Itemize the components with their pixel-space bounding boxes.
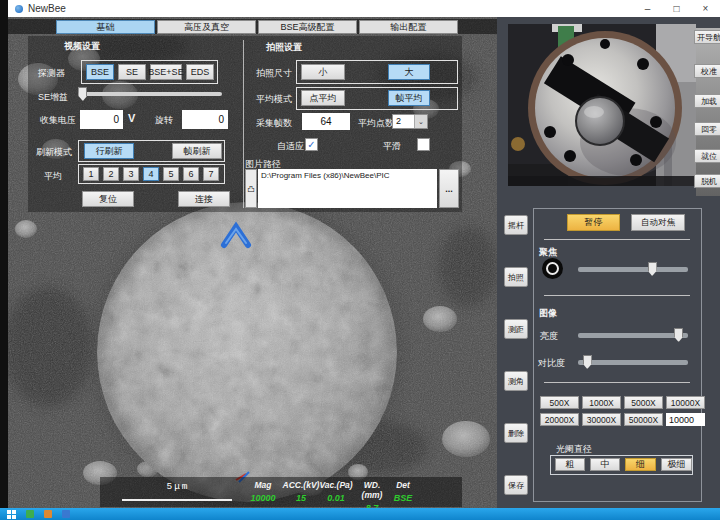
divider xyxy=(544,295,690,296)
points-label: 平均点数 xyxy=(358,117,394,130)
adaptive-checkbox[interactable]: ✓ xyxy=(305,138,318,151)
aperture-coarse-button[interactable]: 粗 xyxy=(555,458,585,471)
snapshot-button[interactable]: 拍照 xyxy=(504,267,528,287)
refresh-frame-button[interactable]: 帧刷新 xyxy=(172,143,222,159)
delete-button[interactable]: 删除 xyxy=(504,423,528,443)
video-settings-title: 视频设置 xyxy=(64,40,100,53)
average-1-button[interactable]: 1 xyxy=(83,167,99,181)
mag-10000x-button[interactable]: 10000X xyxy=(666,396,705,409)
load-button[interactable]: 加载 xyxy=(694,94,720,108)
avg-frame-button[interactable]: 帧平均 xyxy=(388,90,430,106)
focus-slider[interactable] xyxy=(578,267,688,272)
aperture-fine-button[interactable]: 细 xyxy=(625,458,656,471)
detector-eds-button[interactable]: EDS xyxy=(186,64,214,80)
points-dropdown[interactable]: 2 ⌄ xyxy=(392,114,428,129)
image-path-input[interactable]: D:\Program Files (x86)\NewBee\PIC xyxy=(258,169,437,208)
scale-bar xyxy=(122,499,232,501)
frames-label: 采集帧数 xyxy=(256,117,292,130)
smooth-label: 平滑 xyxy=(383,140,401,153)
reset-button[interactable]: 复位 xyxy=(82,191,134,207)
taskbar-app-icon[interactable] xyxy=(62,510,70,518)
se-gain-label: SE增益 xyxy=(38,91,68,104)
brightness-label: 亮度 xyxy=(540,330,558,343)
detector-bse-button[interactable]: BSE xyxy=(86,64,114,80)
title-bar[interactable]: NewBee – □ × xyxy=(8,0,720,17)
average-4-button[interactable]: 4 xyxy=(143,167,159,181)
maximize-button[interactable]: □ xyxy=(662,0,691,17)
photo-settings-title: 拍照设置 xyxy=(266,41,302,54)
average-7-button[interactable]: 7 xyxy=(203,167,219,181)
edge-button-strip xyxy=(696,28,720,196)
measure-angle-button[interactable]: 测角 xyxy=(504,371,528,391)
refresh-line-button[interactable]: 行刷新 xyxy=(84,143,134,159)
smooth-checkbox[interactable] xyxy=(417,138,430,151)
image-section-label: 图像 xyxy=(539,307,557,320)
app-logo-icon xyxy=(15,5,23,13)
settings-divider xyxy=(243,40,244,208)
collect-voltage-input[interactable]: 0 xyxy=(80,110,123,129)
mag-1000x-button[interactable]: 1000X xyxy=(582,396,621,409)
offline-button[interactable]: 脱机 xyxy=(694,174,720,188)
mag-20000x-button[interactable]: 20000X xyxy=(540,413,579,426)
start-icon[interactable] xyxy=(7,510,16,519)
focus-knob[interactable] xyxy=(542,258,563,279)
divider xyxy=(544,239,690,240)
status-col-mag: Mag10000 xyxy=(246,480,280,503)
pause-button[interactable]: 暂停 xyxy=(567,214,620,231)
se-gain-slider[interactable] xyxy=(78,92,222,96)
close-button[interactable]: × xyxy=(691,0,720,17)
mag-30000x-button[interactable]: 30000X xyxy=(582,413,621,426)
rotation-input[interactable]: 0 xyxy=(182,110,228,129)
tab-output-config[interactable]: 输出配置 xyxy=(359,20,458,34)
autofocus-button[interactable]: 自动对焦 xyxy=(631,214,685,231)
mag-500x-button[interactable]: 500X xyxy=(540,396,579,409)
refresh-mode-label: 刷新模式 xyxy=(36,146,72,159)
app-window: NewBee – □ × 基础 高压及真空 BSE高级配置 输出配置 视频设置 … xyxy=(0,0,720,520)
contrast-label: 对比度 xyxy=(538,357,565,370)
points-value: 2 xyxy=(393,115,414,128)
tab-basic[interactable]: 基础 xyxy=(56,20,155,34)
connect-button[interactable]: 连接 xyxy=(178,191,230,207)
size-small-button[interactable]: 小 xyxy=(301,64,345,80)
status-col-det: DetBSE xyxy=(388,480,418,503)
brightness-slider[interactable] xyxy=(578,333,688,338)
joystick-button[interactable]: 摇杆 xyxy=(504,215,528,235)
tab-hv-vacuum[interactable]: 高压及真空 xyxy=(157,20,256,34)
measure-distance-button[interactable]: 测距 xyxy=(504,319,528,339)
size-large-button[interactable]: 大 xyxy=(388,64,430,80)
save-button[interactable]: 保存 xyxy=(504,475,528,495)
scale-label: 5μm xyxy=(138,481,218,492)
status-col-vac: Vac.(Pa)0.01 xyxy=(318,480,354,503)
in-position-button[interactable]: 就位 xyxy=(694,149,720,163)
average-5-button[interactable]: 5 xyxy=(163,167,179,181)
frames-input[interactable]: 64 xyxy=(302,113,350,130)
home-button[interactable]: 回零 xyxy=(694,122,720,136)
mag-5000x-button[interactable]: 5000X xyxy=(624,396,663,409)
rotation-label: 旋转 xyxy=(155,114,173,127)
average-6-button[interactable]: 6 xyxy=(183,167,199,181)
minimize-button[interactable]: – xyxy=(633,0,662,17)
taskbar[interactable] xyxy=(0,508,720,520)
calibrate-button[interactable]: 校准 xyxy=(694,64,720,78)
mag-50000x-button[interactable]: 50000X xyxy=(624,413,663,426)
detector-label: 探测器 xyxy=(38,67,65,80)
taskbar-app-icon[interactable] xyxy=(44,510,52,518)
voltage-unit-label: V xyxy=(128,112,135,124)
aperture-medium-button[interactable]: 中 xyxy=(590,458,620,471)
detector-bse-se-button[interactable]: BSE+SE xyxy=(150,64,182,80)
chamber-camera-view xyxy=(508,24,696,186)
tab-bse-advanced[interactable]: BSE高级配置 xyxy=(258,20,357,34)
collect-voltage-label: 收集电压 xyxy=(40,114,76,127)
aperture-extra-fine-button[interactable]: 极细 xyxy=(661,458,692,471)
open-navigation-button[interactable]: 开导航 xyxy=(694,30,720,44)
taskbar-app-icon[interactable] xyxy=(26,510,34,518)
detector-se-button[interactable]: SE xyxy=(118,64,146,80)
browse-button[interactable]: ... xyxy=(439,169,459,208)
path-side-tab[interactable]: 凸 xyxy=(245,169,257,208)
contrast-slider[interactable] xyxy=(578,360,688,365)
mag-value-input[interactable]: 10000 xyxy=(666,413,705,426)
avg-point-button[interactable]: 点平均 xyxy=(301,90,345,106)
average-3-button[interactable]: 3 xyxy=(123,167,139,181)
average-2-button[interactable]: 2 xyxy=(103,167,119,181)
chevron-down-icon[interactable]: ⌄ xyxy=(414,115,427,128)
